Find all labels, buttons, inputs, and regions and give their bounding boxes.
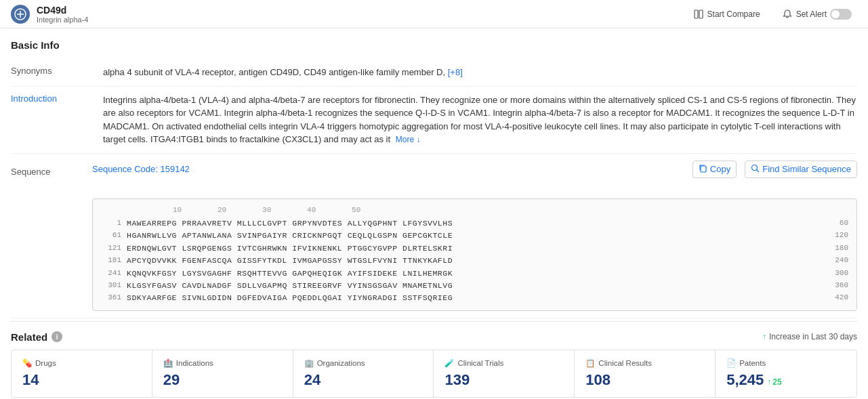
start-compare-button[interactable]: Start Compare (688, 6, 766, 22)
find-similar-icon (751, 164, 760, 175)
sequence-line: 241KQNQVKFGSY LGYSVGAGHF RSQHTTEVVG GAPQ… (101, 268, 848, 280)
seq-end-num: 60 (827, 217, 848, 230)
sequence-line: 61HGANRWLLVG APTANWLANA SVINPGAIYR CRICK… (101, 230, 848, 242)
related-info-icon[interactable]: i (51, 331, 62, 342)
stat-label-text: Drugs (35, 359, 56, 367)
trend-up-arrow: ↑ (762, 332, 766, 341)
seq-end-num: 120 (827, 230, 848, 242)
header: CD49d Integrin alpha-4 Start Compare Set… (0, 0, 868, 28)
svg-rect-3 (695, 10, 698, 18)
seq-line-residues: MAWEARREPG PRRAAVRETV MLLLCLGVPT GRPYNVD… (127, 217, 827, 230)
header-title: CD49d (37, 5, 88, 16)
stat-label-text: Clinical Trials (457, 359, 503, 367)
sequence-box[interactable]: 10 20 30 40 50 1MAWEARREPG PRRAAVRETV ML… (92, 198, 857, 311)
seq-end-num: 180 (827, 243, 848, 255)
stat-cell[interactable]: 📋 Clinical Results 108 (575, 350, 716, 397)
stat-increase: ↑ 25 (767, 377, 781, 387)
stat-label: 🏢 Organizations (304, 358, 423, 368)
seq-line-residues: APCYQDVVKK FGENFASCQA GISSFYTKDL IVMGAPG… (127, 255, 827, 267)
stat-label: 🧪 Clinical Trials (445, 358, 563, 368)
stat-cell[interactable]: 🏢 Organizations 24 (293, 350, 434, 397)
app-icon (11, 5, 30, 24)
sequence-label: Sequence (11, 167, 92, 177)
stat-label: 📄 Patents (726, 358, 846, 368)
compare-icon (693, 9, 704, 20)
stat-cell[interactable]: 🏥 Indications 29 (152, 350, 293, 397)
seq-line-num: 1 (101, 217, 127, 230)
alert-toggle[interactable] (830, 9, 852, 20)
copy-label: Copy (710, 164, 730, 174)
introduction-link[interactable]: Introduction (11, 93, 57, 104)
header-actions: Start Compare Set Alert (688, 6, 857, 22)
svg-line-7 (757, 169, 760, 172)
related-title-text: Related (11, 331, 47, 343)
seq-line-residues: SDKYAARFGE SIVNLGDIDN DGFEDVAIGA PQEDDLQ… (127, 292, 827, 304)
seq-line-residues: ERDNQWLGVT LSRQPGENGS IVTCGHRWKN IFVIKNE… (127, 243, 827, 255)
stat-icon: 📋 (585, 358, 595, 368)
stat-label-text: Organizations (317, 359, 365, 367)
stat-label-text: Clinical Results (598, 359, 652, 367)
stat-value: 139 (445, 371, 470, 389)
stat-icon: 🏥 (163, 358, 173, 368)
stat-icon: 🧪 (445, 358, 454, 368)
stat-value: 5,245 (726, 371, 764, 389)
seq-line-num: 121 (101, 243, 127, 255)
sequence-lines: 1MAWEARREPG PRRAAVRETV MLLLCLGVPT GRPYNV… (101, 217, 848, 305)
seq-line-num: 361 (101, 292, 127, 304)
introduction-row: Introduction Integrins alpha-4/beta-1 (V… (11, 87, 857, 154)
sequence-row: Sequence Sequence Code: 159142 Copy (11, 154, 857, 318)
sequence-header: Sequence Code: 159142 Copy (92, 161, 857, 178)
set-alert-label: Set Alert (796, 9, 827, 19)
stat-icon: 🏢 (304, 358, 314, 368)
sequence-code: Sequence Code: 159142 (92, 164, 190, 174)
sequence-ruler: 10 20 30 40 50 (101, 205, 848, 217)
set-alert-button[interactable]: Set Alert (777, 6, 857, 22)
synonyms-more-link[interactable]: [+8] (448, 67, 463, 77)
seq-end-num: 240 (827, 255, 848, 267)
basic-info-title: Basic Info (11, 28, 857, 59)
header-subtitle: Integrin alpha-4 (37, 16, 88, 24)
synonyms-row: Synonyms alpha 4 subunit of VLA-4 recept… (11, 59, 857, 87)
introduction-text: Integrins alpha-4/beta-1 (VLA-4) and alp… (103, 95, 856, 145)
stats-grid: 💊 Drugs 14 🏥 Indications 29 🏢 Organizati… (11, 350, 857, 398)
related-header: Related i ↑ Increase in Last 30 days (11, 321, 857, 350)
seq-line-num: 241 (101, 268, 127, 280)
sequence-actions: Copy Find Similar Sequence (693, 161, 857, 178)
stat-cell[interactable]: 💊 Drugs 14 (12, 350, 152, 397)
introduction-label: Introduction (11, 93, 92, 146)
stat-value: 24 (304, 371, 321, 389)
stat-cell[interactable]: 📄 Patents 5,245 ↑ 25 (716, 350, 856, 397)
stat-value-row: 5,245 ↑ 25 (726, 371, 846, 389)
find-similar-label: Find Similar Sequence (762, 164, 851, 174)
stat-value: 29 (163, 371, 180, 389)
stat-value-row: 24 (304, 371, 423, 389)
sequence-line: 181APCYQDVVKK FGENFASCQA GISSFYTKDL IVMG… (101, 255, 848, 267)
introduction-value: Integrins alpha-4/beta-1 (VLA-4) and alp… (103, 93, 857, 146)
stat-label-text: Patents (739, 359, 766, 367)
synonyms-value: alpha 4 subunit of VLA-4 receptor, antig… (103, 66, 857, 79)
stat-value-row: 29 (163, 371, 282, 389)
alert-icon (782, 9, 793, 20)
stat-cell[interactable]: 🧪 Clinical Trials 139 (434, 350, 575, 397)
stat-label: 📋 Clinical Results (585, 358, 704, 368)
sequence-line: 361SDKYAARFGE SIVNLGDIDN DGFEDVAIGA PQED… (101, 292, 848, 304)
increase-arrow: ↑ (767, 377, 771, 387)
seq-end-num: 420 (827, 292, 848, 304)
svg-rect-5 (701, 166, 706, 172)
stat-label-text: Indications (176, 359, 213, 367)
sequence-line: 301KLGSYFGASV CAVDLNADGF SDLLVGAPMQ STIR… (101, 280, 848, 292)
header-left: CD49d Integrin alpha-4 (11, 5, 88, 24)
find-similar-button[interactable]: Find Similar Sequence (745, 161, 857, 178)
copy-button[interactable]: Copy (693, 161, 737, 178)
seq-end-num: 360 (827, 280, 848, 292)
seq-line-num: 301 (101, 280, 127, 292)
related-trend: ↑ Increase in Last 30 days (762, 332, 857, 341)
related-title: Related i (11, 331, 62, 343)
introduction-more-link[interactable]: More ↓ (396, 135, 421, 144)
trend-label: Increase in Last 30 days (769, 332, 857, 341)
stat-value: 14 (22, 371, 39, 389)
seq-line-residues: HGANRWLLVG APTANWLANA SVINPGAIYR CRICKNP… (127, 230, 827, 242)
sequence-line: 1MAWEARREPG PRRAAVRETV MLLLCLGVPT GRPYNV… (101, 217, 848, 230)
stat-value-row: 14 (22, 371, 141, 389)
synonyms-text: alpha 4 subunit of VLA-4 receptor, antig… (103, 67, 445, 77)
